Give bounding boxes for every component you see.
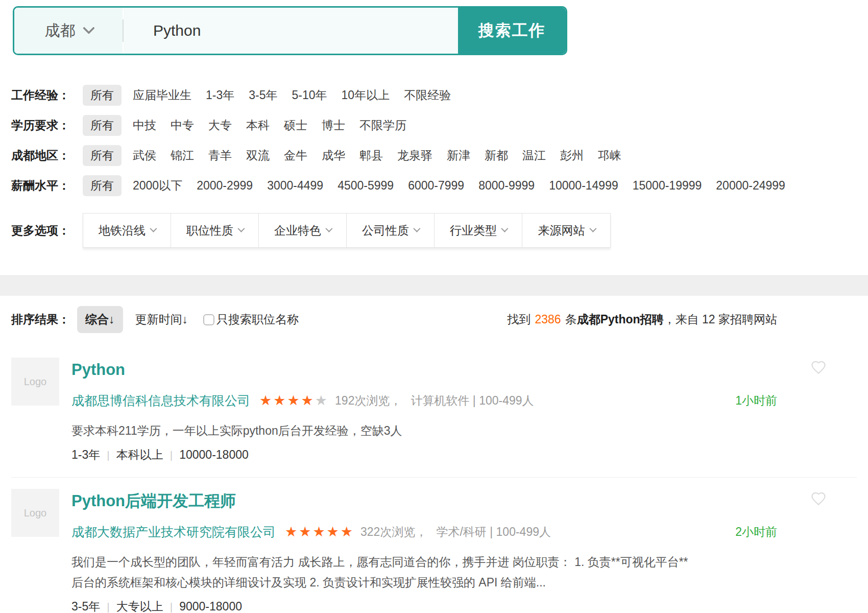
filter-option[interactable]: 所有 [83,85,122,106]
filter-option[interactable]: 4500-5999 [337,179,394,193]
sort-label: 排序结果： [11,312,70,327]
filter-option[interactable]: 新都 [485,148,508,163]
filter-option[interactable]: 3-5年 [249,87,277,103]
chevron-down-icon [150,225,157,232]
filter-option[interactable]: 不限经验 [404,87,451,103]
filter-option[interactable]: 5-10年 [292,87,327,103]
filter-option[interactable]: 2000-2999 [197,179,253,193]
filter-option[interactable]: 郫县 [359,148,383,163]
posted-time: 1小时前 [735,393,777,409]
filter-dropdown[interactable]: 来源网站 [522,214,610,247]
result-suffix: ，来自 12 家招聘网站 [664,313,777,326]
filter-option[interactable]: 不限学历 [359,117,406,133]
result-count: 2386 [535,313,561,326]
company-name-link[interactable]: 成都思博信科信息技术有限公司 [71,392,250,409]
filter-option[interactable]: 8000-9999 [478,179,535,193]
view-count: 192次浏览， [335,393,401,409]
filter-panel: 工作经验： 所有应届毕业生1-3年3-5年5-10年10年以上不限经验 学历要求… [11,80,868,201]
search-button[interactable]: 搜索工作 [458,8,566,54]
posted-time: 2小时前 [735,524,777,540]
company-name-link[interactable]: 成都大数据产业技术研究院有限公司 [71,524,276,540]
filter-option[interactable]: 金牛 [284,148,307,163]
filter-dropdown[interactable]: 行业类型 [435,214,522,247]
company-row: 成都思博信科信息技术有限公司 ★★★★★ 192次浏览， 计算机软件 | 100… [71,392,777,409]
favorite-heart-icon[interactable] [811,491,826,506]
job-title-link[interactable]: Python后端开发工程师 [71,492,777,510]
job-description-line: 后台的系统框架和核心模块的详细设计及实现 2. 负责设计和实现扩展性较强的 AP… [71,572,777,593]
job-card[interactable]: Logo Python 成都思博信科信息技术有限公司 ★★★★★ 192次浏览，… [71,361,777,478]
filter-dropdown[interactable]: 职位性质 [171,214,259,247]
filter-option[interactable]: 所有 [83,115,122,136]
result-prefix: 找到 [508,313,531,326]
filter-option[interactable]: 武侯 [133,148,156,163]
filter-option[interactable]: 新津 [447,148,470,163]
filter-option[interactable]: 20000-24999 [716,179,785,193]
filter-option[interactable]: 3000-4499 [267,179,323,193]
title-only-checkbox[interactable] [203,314,214,325]
experience-requirement: 3-5年 [71,599,100,613]
filter-label: 学历要求： [11,117,83,133]
filter-option[interactable]: 应届毕业生 [133,87,191,103]
filter-row-more-options: 更多选项： 地铁沿线 职位性质 企业特色 公司性质 行业类型 来源网站 [11,213,868,248]
industry-and-size: 学术/科研 | 100-499人 [436,524,551,540]
result-unit: 条 [565,313,577,326]
filter-option[interactable]: 10年以上 [342,87,390,103]
filter-option[interactable]: 硕士 [284,117,307,133]
job-title-link[interactable]: Python [71,361,777,379]
education-requirement: 本科以上 [116,447,163,463]
filter-option[interactable]: 中技 [133,117,156,133]
filter-option[interactable]: 彭州 [560,148,584,163]
chevron-down-icon [82,22,94,34]
filter-row-experience: 工作经验： 所有应届毕业生1-3年3-5年5-10年10年以上不限经验 [11,80,868,110]
filter-options-experience: 所有应届毕业生1-3年3-5年5-10年10年以上不限经验 [83,85,465,106]
more-options-dropdowns: 地铁沿线 职位性质 企业特色 公司性质 行业类型 来源网站 [83,213,611,248]
section-divider-band [0,275,868,296]
filter-dropdown-label: 地铁沿线 [99,223,146,239]
filter-option[interactable]: 大专 [208,117,232,133]
filter-option[interactable]: 所有 [83,145,122,166]
chevron-down-icon [501,225,508,232]
search-input[interactable] [124,8,458,54]
company-row: 成都大数据产业技术研究院有限公司 ★★★★★ 322次浏览， 学术/科研 | 1… [71,524,777,540]
filter-option[interactable]: 所有 [83,175,122,196]
city-select[interactable]: 成都 [14,8,123,54]
filter-option[interactable]: 邛崃 [598,148,621,163]
filter-option[interactable]: 温江 [522,148,546,163]
filter-option[interactable]: 成华 [322,148,345,163]
filter-option[interactable]: 青羊 [208,148,232,163]
filter-option[interactable]: 龙泉驿 [397,148,432,163]
job-description-line: 我们是一个成长型的团队，年轻而富有活力 成长路上，愿有志同道合的你，携手并进 岗… [71,552,777,572]
filter-option[interactable]: 锦江 [171,148,194,163]
filter-row-education: 学历要求： 所有中技中专大专本科硕士博士不限学历 [11,110,868,140]
filter-dropdown[interactable]: 企业特色 [259,214,347,247]
job-meta-row: 3-5年 | 大专以上 | 9000-18000 [71,599,777,613]
separator: | [107,601,109,613]
favorite-heart-icon[interactable] [811,360,826,375]
filter-dropdown-label: 职位性质 [186,223,233,239]
company-logo-placeholder: Logo [11,489,59,537]
company-logo-placeholder: Logo [11,358,59,406]
filter-dropdown[interactable]: 公司性质 [347,214,435,247]
filter-option[interactable]: 双流 [246,148,270,163]
sort-by-update-time-button[interactable]: 更新时间↓ [135,312,188,327]
filter-options-district: 所有武侯锦江青羊双流金牛成华郫县龙泉驿新津新都温江彭州邛崃 [83,145,636,166]
filter-option[interactable]: 2000以下 [133,178,182,194]
separator: | [170,449,173,461]
filter-option[interactable]: 1-3年 [206,87,234,103]
filter-option[interactable]: 中专 [171,117,194,133]
job-card[interactable]: Logo Python后端开发工程师 成都大数据产业技术研究院有限公司 ★★★★… [71,492,777,613]
filter-option[interactable]: 15000-19999 [633,179,702,193]
filter-option[interactable]: 10000-14999 [549,179,618,193]
separator: | [170,601,173,613]
filter-dropdown[interactable]: 地铁沿线 [83,214,171,247]
filter-option[interactable]: 本科 [246,117,270,133]
filter-dropdown-label: 来源网站 [538,223,585,239]
sort-comprehensive-button[interactable]: 综合↓ [77,306,123,333]
filter-option[interactable]: 博士 [322,117,345,133]
chevron-down-icon [413,225,420,232]
filter-dropdown-label: 行业类型 [450,223,497,239]
filter-option[interactable]: 6000-7999 [408,179,464,193]
filter-label: 成都地区： [11,148,83,163]
job-description: 要求本科211学历，一年以上实际python后台开发经验，空缺3人 [71,420,777,441]
salary-range: 10000-18000 [179,448,249,462]
